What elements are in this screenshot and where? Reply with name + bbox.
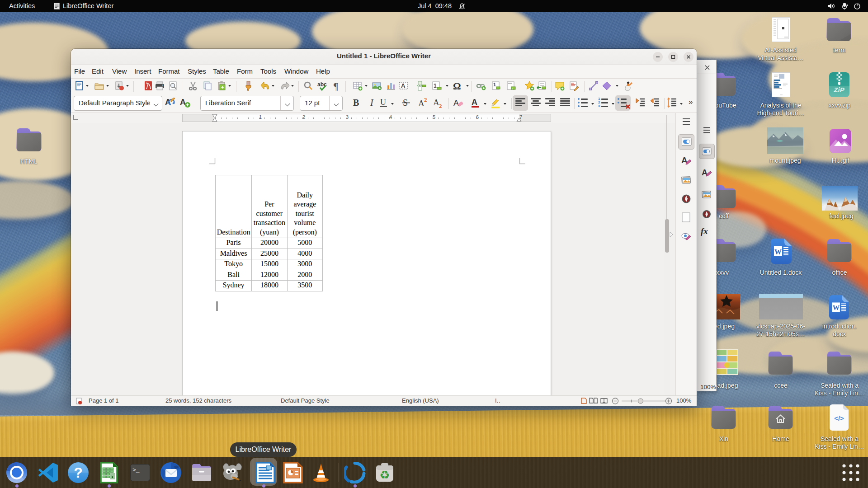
svg-text:</>: </> <box>834 414 844 422</box>
svg-text:1: 1 <box>493 82 496 87</box>
svg-text:A: A <box>180 98 186 107</box>
svg-text:¶: ¶ <box>334 81 338 91</box>
svg-text:♻: ♻ <box>379 468 390 482</box>
svg-text:B: B <box>353 98 359 108</box>
svg-text:Ω: Ω <box>453 81 461 91</box>
svg-text:W: W <box>774 248 782 256</box>
svg-text:2: 2 <box>439 103 442 109</box>
svg-text:?: ? <box>74 465 83 481</box>
svg-text:A: A <box>418 99 425 108</box>
svg-text:i: i <box>512 87 513 90</box>
svg-text:A: A <box>453 99 459 108</box>
svg-text:>_: >_ <box>132 467 140 474</box>
svg-text:A: A <box>472 98 477 107</box>
svg-text:ZiP: ZiP <box>833 86 844 94</box>
svg-text:1: 1 <box>434 83 437 89</box>
svg-text:A: A <box>433 98 439 107</box>
svg-text:I: I <box>370 98 374 108</box>
svg-text:U: U <box>380 98 386 107</box>
svg-text:A: A <box>165 98 171 107</box>
svg-text:2: 2 <box>424 97 427 103</box>
svg-text:W: W <box>833 304 840 311</box>
svg-text:A: A <box>401 82 406 89</box>
